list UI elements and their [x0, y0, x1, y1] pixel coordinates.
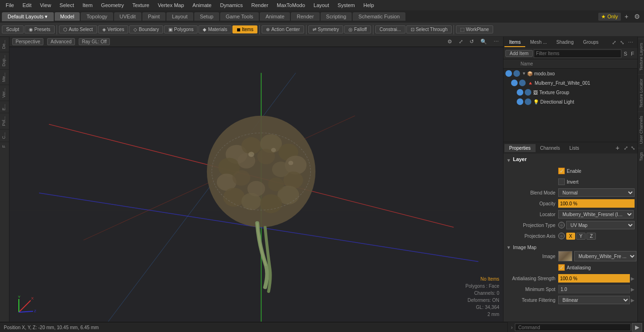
menu-geometry[interactable]: Geometry — [97, 1, 127, 9]
list-item[interactable]: 🔺 Mulberry_Fruit_White_001 — [504, 78, 637, 88]
menu-layout[interactable]: Layout — [310, 1, 333, 9]
antialiasing-strength-input[interactable] — [558, 274, 630, 283]
select-through-button[interactable]: ⊡ Select Through — [406, 25, 452, 33]
left-tab-2[interactable]: Me... — [0, 69, 9, 85]
tab-schematic-fusion[interactable]: Schematic Fusion — [353, 12, 405, 21]
blend-mode-select[interactable]: Normal — [558, 188, 635, 197]
list-item[interactable]: 💡 Directional Light — [504, 97, 637, 106]
left-tab-1[interactable]: Dup... — [0, 52, 9, 69]
menu-animate[interactable]: Animate — [189, 1, 215, 9]
presets-button[interactable]: ◉ Presets — [25, 25, 55, 33]
minimum-spot-arrow[interactable]: ▶ — [631, 287, 635, 292]
axis-x-button[interactable]: X — [566, 233, 575, 240]
viewport-more-icon[interactable]: ⋯ — [492, 38, 500, 45]
render-toggle-0[interactable] — [513, 70, 520, 77]
opacity-input[interactable] — [558, 199, 635, 208]
visibility-toggle-3[interactable] — [517, 98, 523, 105]
left-tab-5[interactable]: Pol... — [0, 113, 9, 129]
add-item-button[interactable]: Add Item — [505, 50, 533, 57]
left-tab-0[interactable]: De... — [0, 37, 9, 52]
auto-select-button[interactable]: ⬡ Auto Select — [59, 25, 97, 33]
locator-select[interactable]: Mulberry_White_Fresnel (Ima... — [558, 210, 634, 219]
items-collapse-icon[interactable]: ⤡ — [619, 39, 626, 46]
tab-channels[interactable]: Channels — [536, 144, 565, 152]
projection-circle-icon[interactable]: ○ — [558, 222, 565, 228]
tab-uvedit[interactable]: UVEdit — [114, 12, 141, 21]
tab-items[interactable]: Items — [504, 38, 525, 47]
layout-dropdown[interactable]: Default Layouts ▾ — [2, 12, 54, 21]
projection-type-select[interactable]: UV Map — [566, 221, 635, 229]
image-select[interactable]: Mulberry_White_Fre ... — [574, 251, 636, 261]
tab-scripting[interactable]: Scripting — [321, 12, 352, 21]
minimum-spot-input[interactable] — [558, 285, 630, 293]
visibility-toggle-2[interactable] — [517, 89, 523, 96]
menu-item[interactable]: Item — [79, 1, 96, 9]
tab-model[interactable]: Model — [55, 12, 80, 21]
materials-button[interactable]: ◆ Materials — [198, 25, 231, 33]
command-input[interactable] — [515, 324, 631, 331]
antialiasing-checkbox[interactable]: ✓ — [558, 264, 565, 271]
tab-layout[interactable]: Layout — [166, 12, 193, 21]
axis-y-button[interactable]: Y — [576, 233, 586, 240]
props-settings-icon[interactable]: ⤡ — [629, 145, 636, 152]
viewport-mode-button[interactable]: Perspective — [12, 38, 43, 45]
settings-icon[interactable]: ⚙ — [632, 13, 642, 20]
menu-system[interactable]: System — [334, 1, 359, 9]
add-props-tab-button[interactable]: + — [613, 144, 622, 152]
menu-help[interactable]: Help — [360, 1, 378, 9]
menu-dynamics[interactable]: Dynamics — [216, 1, 247, 9]
tab-shading[interactable]: Shading — [552, 38, 578, 47]
viewport-camera-button[interactable]: Advanced — [47, 38, 74, 45]
antialiasing-strength-arrow[interactable]: ▶ — [631, 276, 635, 281]
left-tab-7[interactable]: F — [0, 142, 9, 151]
viewport[interactable]: Perspective Advanced Ray GL: Off ⚙ ⤢ ↺ 🔍… — [9, 37, 503, 322]
viewport-settings-icon[interactable]: ⚙ — [446, 38, 454, 45]
vertices-button[interactable]: ◈ Vertices — [98, 25, 129, 33]
vtab-texture-layers[interactable]: Texture Layers — [638, 39, 644, 74]
symmetry-button[interactable]: ⇌ Symmetry — [308, 25, 343, 33]
axis-circle-icon[interactable]: ○ — [558, 233, 565, 239]
constrai-button[interactable]: Constrai... — [375, 25, 405, 33]
falloff-button[interactable]: ◎ Falloff — [344, 25, 371, 33]
axis-z-button[interactable]: Z — [586, 233, 596, 240]
arrow-icon-0[interactable]: ▼ — [522, 71, 526, 76]
tab-lists[interactable]: Lists — [565, 144, 584, 152]
tab-animate[interactable]: Animate — [260, 12, 290, 21]
vtab-texture-locator[interactable]: Texture Locator — [638, 74, 644, 112]
viewport-ray-gl-button[interactable]: Ray GL: Off — [79, 38, 110, 45]
menu-select[interactable]: Select — [56, 1, 78, 9]
add-layout-button[interactable]: + — [623, 13, 630, 20]
items-settings-icon[interactable]: ⋯ — [627, 39, 635, 46]
enable-checkbox[interactable]: ✓ — [558, 168, 565, 174]
menu-texture[interactable]: Texture — [129, 1, 153, 9]
left-tab-3[interactable]: Ver... — [0, 85, 9, 101]
vtab-user-channels[interactable]: User Channels — [638, 112, 644, 148]
command-chevron[interactable]: › — [510, 325, 514, 330]
vtab-tags[interactable]: Tags — [638, 148, 644, 165]
menu-render[interactable]: Render — [248, 1, 272, 9]
menu-vertex-map[interactable]: Vertex Map — [154, 1, 188, 9]
viewport-refresh-icon[interactable]: ↺ — [468, 38, 475, 45]
props-expand-icon[interactable]: ⤢ — [622, 145, 629, 152]
render-toggle-2[interactable] — [525, 89, 531, 96]
left-tab-6[interactable]: C... — [0, 129, 9, 142]
filter-items-input[interactable] — [534, 49, 621, 58]
tab-render[interactable]: Render — [291, 12, 319, 21]
render-toggle-3[interactable] — [525, 98, 531, 105]
menu-view[interactable]: View — [36, 1, 55, 9]
sculpt-button[interactable]: Sculpt — [2, 25, 24, 33]
workplane-button[interactable]: ⬚ WorkPlane — [456, 25, 493, 33]
action-center-button[interactable]: ⊕ Action Center — [262, 25, 304, 33]
tab-mesh[interactable]: Mesh ... — [525, 38, 552, 47]
items-button[interactable]: ◼ Items — [232, 25, 257, 33]
tab-setup[interactable]: Setup — [194, 12, 219, 21]
layer-collapse-icon[interactable]: ▼ — [506, 158, 511, 163]
list-item[interactable]: ▼ 📦 modo.bxo — [504, 69, 637, 78]
render-toggle-1[interactable] — [519, 80, 526, 86]
menu-file[interactable]: File — [2, 1, 18, 9]
list-item[interactable]: 🖼 Texture Group — [504, 88, 637, 97]
items-flag-icon[interactable]: F — [629, 50, 636, 57]
tab-properties[interactable]: Properties — [504, 144, 536, 152]
texture-filtering-select[interactable]: Bilinear — [558, 296, 630, 304]
filter-icon[interactable]: S — [622, 50, 628, 57]
